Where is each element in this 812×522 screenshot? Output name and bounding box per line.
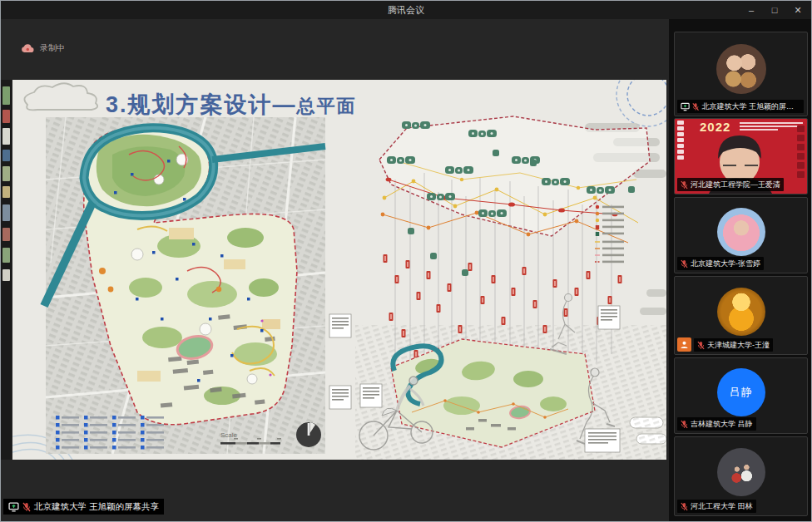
participant-name: 天津城建大学-王潼 (707, 340, 770, 351)
participant-tile-wangtong[interactable]: 天津城建大学-王潼 (674, 276, 808, 355)
participant-label-bar: 北京建筑大学-张雪婷 (677, 257, 764, 270)
participant-label-bar: 天津城建大学-王潼 (694, 338, 773, 352)
window-controls: – □ ✕ (740, 1, 810, 19)
participant-tile-zhangxueting[interactable]: 北京建筑大学-张雪婷 (674, 197, 808, 273)
window-title: 腾讯会议 (388, 4, 424, 17)
maximize-button[interactable]: □ (763, 1, 786, 19)
scale-label: Scale (220, 431, 238, 439)
share-banner: 北京建筑大学 王旭颖的屏幕共享 (3, 499, 164, 515)
recording-indicator: 录制中 (21, 42, 65, 54)
participant-tile-lvjing[interactable]: 吕静 吉林建筑大学 吕静 (674, 357, 808, 434)
slide-title-sub: 总平面 (297, 96, 357, 116)
shared-screen-area: 录制中 3.规划方案设计—总平面 (1, 19, 669, 522)
mic-muted-icon (681, 502, 688, 511)
title-bar: 腾讯会议 – □ ✕ (1, 1, 811, 19)
participant-label-bar: 北京建筑大学 王旭颖的屏幕共享 (677, 100, 804, 113)
participant-name: 北京建筑大学-张雪婷 (691, 259, 760, 269)
left-map: Scale (44, 117, 351, 454)
minimize-button[interactable]: – (740, 1, 763, 19)
close-button[interactable]: ✕ (786, 1, 810, 19)
slide-title: 3.规划方案设计—总平面 (106, 90, 357, 120)
cloud-record-icon (21, 43, 35, 53)
mic-muted-icon (681, 259, 688, 268)
slide-title-main: 3.规划方案设计— (106, 92, 297, 117)
participant-name: 北京建筑大学 王旭颖的屏幕共享 (701, 101, 800, 112)
participants-sidebar: 北京建筑大学 王旭颖的屏幕共享 2022 (669, 19, 812, 522)
shared-slide: 3.规划方案设计—总平面 (12, 80, 666, 460)
avatar-initials: 吕静 (717, 368, 765, 416)
participant-label-bar: 吉林建筑大学 吕静 (677, 417, 756, 431)
member-badge-icon (677, 337, 691, 352)
screen-share-icon (8, 502, 19, 512)
mic-muted-icon (681, 180, 688, 190)
mic-muted-icon (681, 420, 688, 429)
screen-share-icon (681, 102, 690, 111)
diagram-legend (595, 205, 624, 263)
slide-graphic: Scale (12, 80, 666, 460)
mic-muted-icon (692, 102, 699, 111)
participant-name: 吉林建筑大学 吕静 (691, 419, 753, 430)
participant-label-bar: 河北工程大学 田林 (677, 500, 756, 513)
participant-tile-wangxuying[interactable]: 北京建筑大学 王旭颖的屏幕共享 (674, 32, 808, 116)
avatar (717, 448, 765, 496)
participant-tile-wangaiqing[interactable]: 2022 河北建筑工程学院—王爱清 (674, 118, 808, 195)
mic-muted-icon (22, 502, 31, 512)
right-diagram (355, 116, 666, 460)
mic-muted-icon (697, 341, 705, 350)
participant-tile-tianlin[interactable]: 河北工程大学 田林 (674, 436, 808, 516)
north-compass-icon (296, 422, 321, 447)
avatar (716, 44, 766, 94)
avatar (717, 208, 765, 256)
participant-name: 河北建筑工程学院—王爱清 (691, 180, 780, 190)
avatar (717, 288, 765, 336)
share-banner-label: 北京建筑大学 王旭颖的屏幕共享 (34, 501, 159, 513)
participant-label-bar: 河北建筑工程学院—王爱清 (677, 178, 784, 191)
recording-label: 录制中 (40, 42, 65, 54)
meeting-window: 腾讯会议 – □ ✕ 录制中 (0, 0, 812, 522)
participant-name: 河北工程大学 田林 (691, 501, 753, 512)
slide-thumbnail-strip (1, 80, 12, 460)
